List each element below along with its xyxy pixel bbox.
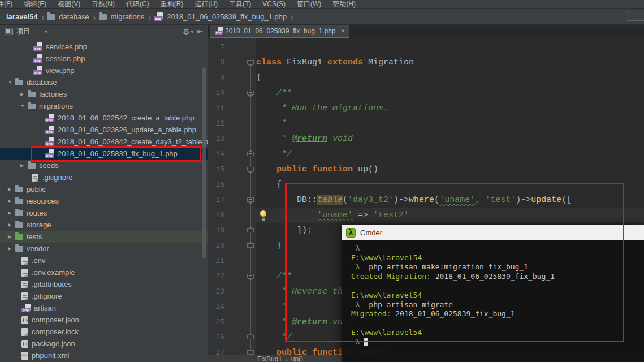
fold-marker-line-14[interactable]: [247, 152, 254, 156]
tree-item-migrations[interactable]: ▼migrations: [0, 100, 208, 112]
menu-item-n[interactable]: 导航(N): [86, 0, 120, 8]
collapsed-arrow-icon[interactable]: ▶: [20, 163, 28, 168]
tree-item-public[interactable]: ▶public: [0, 183, 208, 195]
tree-item-gitattributes[interactable]: .gitattributes: [0, 278, 208, 290]
breadcrumb-bar: laravel54›database›migrations›2018_01_06…: [0, 9, 644, 25]
line-number-12: 12: [208, 116, 224, 131]
line-number-19: 19: [208, 223, 224, 238]
tree-item-composer-lock[interactable]: composer.lock: [0, 326, 208, 338]
breadcrumb-2018-01-06-025839-fix-bug-1-php[interactable]: 2018_01_06_025839_fix_bug_1.php: [167, 12, 287, 21]
tree-item-2018-01-06-023626-update-a-table-php[interactable]: 2018_01_06_023626_update_a_table.php: [0, 124, 208, 136]
hide-panel-icon[interactable]: ⇤: [197, 27, 203, 36]
collapsed-arrow-icon[interactable]: ▶: [8, 234, 15, 239]
menu-item-u[interactable]: 运行(U): [189, 0, 223, 8]
breadcrumb-laravel54[interactable]: laravel54: [6, 12, 38, 21]
tab-fix-bug-1-file[interactable]: 2018_01_06_025839_fix_bug_1.php ×: [210, 25, 349, 38]
tree-scrollbar-thumb[interactable]: [202, 67, 206, 258]
tree-item-routes[interactable]: ▶routes: [0, 207, 208, 219]
line-number-15: 15: [208, 162, 224, 177]
fold-marker-line-19[interactable]: [247, 228, 254, 232]
project-tool-icon: [5, 28, 13, 35]
search-box[interactable]: [626, 11, 644, 21]
menu-item-vcs-s[interactable]: VCS(S): [257, 0, 291, 8]
tree-item-2018-01-06-022542-create-a-table-php[interactable]: 2018_01_06_022542_create_a_table.php: [0, 112, 208, 124]
line-number-11: 11: [208, 101, 224, 116]
fold-marker-line-20[interactable]: [247, 243, 254, 248]
fold-marker-line-15[interactable]: [247, 167, 254, 171]
fold-marker-line-27[interactable]: [247, 350, 254, 355]
expanded-arrow-icon[interactable]: ▼: [20, 104, 28, 109]
tree-item-env[interactable]: .env: [0, 255, 208, 266]
tree-item-artisan[interactable]: artisan: [0, 302, 208, 314]
collapsed-arrow-icon[interactable]: ▶: [20, 92, 28, 97]
breadcrumb-method[interactable]: up(): [291, 355, 303, 362]
menu-item-h[interactable]: 帮助(H): [327, 0, 361, 8]
menu-item-c[interactable]: 代码(C): [120, 0, 155, 8]
code-line-15[interactable]: public function up(): [256, 162, 644, 177]
code-line-13[interactable]: * @return void: [256, 131, 644, 146]
menu-item-w[interactable]: 窗口(W): [291, 0, 327, 8]
tree-item-phpunit-xml[interactable]: phpunit.xml: [0, 350, 208, 361]
folder-icon: [47, 14, 55, 20]
collapsed-arrow-icon[interactable]: ▶: [8, 222, 15, 227]
tree-item-label: 2018_01_06_024842_create_day3_t2_table.p…: [58, 137, 208, 146]
collapsed-arrow-icon[interactable]: ▶: [8, 187, 15, 192]
tree-item-package-json[interactable]: package.json: [0, 338, 208, 350]
code-line-7[interactable]: [256, 40, 644, 55]
tree-item-storage[interactable]: ▶storage: [0, 219, 208, 231]
fold-marker-line-26[interactable]: [247, 335, 254, 339]
fold-marker-line-10[interactable]: [247, 90, 254, 95]
menu-item-e[interactable]: 编辑(E): [18, 0, 52, 8]
tree-item-label: services.php: [46, 42, 87, 51]
tree-item-services-php[interactable]: services.php: [0, 41, 208, 53]
file-icon: [21, 292, 28, 300]
chevron-down-icon[interactable]: ▾: [45, 28, 47, 35]
menu-item-f[interactable]: 文件(F): [0, 0, 18, 8]
collapsed-arrow-icon[interactable]: ▶: [8, 199, 15, 204]
fold-marker-line-22[interactable]: [247, 274, 254, 278]
folder-icon: [28, 163, 36, 169]
fold-marker-line-17[interactable]: [247, 197, 254, 202]
tree-item-label: composer.lock: [32, 327, 79, 336]
collapsed-arrow-icon[interactable]: ▶: [8, 246, 15, 251]
menu-item-r[interactable]: 重构(R): [155, 0, 189, 8]
tree-item-env-example[interactable]: .env.example: [0, 266, 208, 278]
menu-item-t[interactable]: 工具(T): [223, 0, 257, 8]
breadcrumb-database[interactable]: database: [59, 12, 89, 21]
gear-dropdown-icon[interactable]: ▾: [191, 29, 194, 35]
tree-item-composer-json[interactable]: composer.json: [0, 314, 208, 326]
tree-item-gitignore[interactable]: .gitignore: [0, 171, 208, 183]
line-number-25: 25: [208, 314, 224, 330]
code-line-10[interactable]: /**: [256, 85, 644, 101]
tree-item-label: view.php: [46, 66, 75, 75]
tree-item-tests[interactable]: ▶tests: [0, 231, 208, 243]
tree-item-session-php[interactable]: session.php: [0, 53, 208, 64]
tree-item-database[interactable]: ▼database: [0, 76, 208, 88]
editor-gutter[interactable]: 789101112131415161718192021222324252627: [208, 38, 256, 362]
tree-item-label: .gitattributes: [32, 280, 72, 288]
tree-item-factories[interactable]: ▶factories: [0, 88, 208, 100]
fold-marker-line-8[interactable]: [247, 60, 254, 64]
line-number-7: 7: [208, 40, 224, 55]
expanded-arrow-icon[interactable]: ▼: [8, 80, 15, 85]
code-line-9[interactable]: {: [256, 70, 644, 85]
tree-item-view-php[interactable]: view.php: [0, 64, 208, 76]
intention-bulb-icon[interactable]: [260, 210, 267, 221]
code-line-14[interactable]: */: [256, 146, 644, 162]
collapsed-arrow-icon[interactable]: ▶: [8, 210, 15, 216]
code-line-8[interactable]: class FixBug1 extends Migration: [256, 55, 644, 70]
php-file-icon: [215, 27, 223, 35]
gear-icon[interactable]: ⚙: [183, 27, 190, 36]
project-tree: services.phpsession.phpview.php▼database…: [0, 38, 208, 362]
code-line-12[interactable]: *: [256, 116, 644, 131]
tree-item-vendor[interactable]: ▶vendor: [0, 243, 208, 255]
menu-item-v[interactable]: 视图(V): [52, 0, 86, 8]
tree-item-gitignore[interactable]: .gitignore: [0, 290, 208, 302]
chevron-right-icon: ›: [148, 11, 151, 23]
tree-item-label: storage: [27, 221, 51, 229]
tree-item-resources[interactable]: ▶resources: [0, 195, 208, 207]
close-icon[interactable]: ×: [341, 27, 345, 35]
breadcrumb-class[interactable]: FixBug1: [257, 355, 282, 362]
code-line-11[interactable]: * Run the migrations.: [256, 101, 644, 116]
breadcrumb-migrations[interactable]: migrations: [111, 12, 145, 21]
